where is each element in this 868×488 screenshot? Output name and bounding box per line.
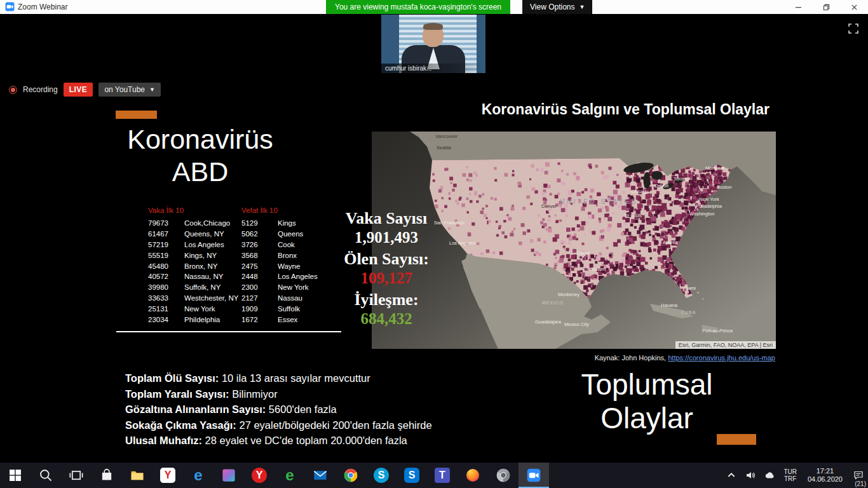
table-row: 3726Cook bbox=[241, 241, 318, 252]
map-city-label: Havana bbox=[661, 302, 678, 308]
language-indicator[interactable]: TUR TRF bbox=[779, 463, 801, 488]
teams-icon[interactable]: T bbox=[427, 463, 458, 488]
table-row: 61467Queens, NY bbox=[148, 230, 238, 241]
deaths-value: 109,127 bbox=[329, 269, 444, 288]
skype-business-icon[interactable]: S bbox=[397, 463, 427, 488]
photos-icon[interactable] bbox=[214, 463, 244, 488]
system-tray: TUR TRF 17:21 04.06.2020 bbox=[722, 463, 868, 488]
skype-icon[interactable]: S bbox=[366, 463, 397, 488]
map-city-label: Boston bbox=[717, 184, 731, 190]
cases-value: 1,901,493 bbox=[329, 228, 444, 247]
notification-count: (21) bbox=[855, 480, 866, 487]
source-prefix: Kaynak: John Hopkins, bbox=[595, 354, 668, 362]
divider-line bbox=[116, 331, 341, 332]
table-row: 1909Suffolk bbox=[241, 305, 318, 316]
yandex-browser-icon[interactable]: Y bbox=[244, 463, 275, 488]
on-youtube-button[interactable]: on YouTube ▼ bbox=[98, 83, 161, 97]
chevron-down-icon: ▼ bbox=[579, 4, 585, 10]
map-city-label: St Louis bbox=[625, 213, 642, 219]
table-row: 5129Kings bbox=[241, 219, 318, 230]
map-city-label: CUBA bbox=[681, 310, 696, 315]
volume-icon[interactable] bbox=[741, 463, 760, 488]
map-city-label: Houston bbox=[587, 266, 604, 272]
table-row: 40572Nassau, NY bbox=[148, 273, 238, 283]
close-button[interactable] bbox=[840, 0, 868, 14]
table-row: 2448Los Angeles bbox=[241, 273, 318, 283]
map-city-label: MÉXICO bbox=[542, 300, 564, 305]
map-city-label: Toronto bbox=[674, 176, 689, 182]
table-row: 57219Los Angeles bbox=[148, 241, 238, 252]
zoom-app-icon bbox=[5, 2, 15, 11]
start-button[interactable] bbox=[0, 463, 31, 488]
map-city-label: Dallas bbox=[577, 250, 590, 256]
webcam-thumbnail[interactable]: cumhur isbirak... bbox=[381, 15, 485, 73]
table-row: 1672Essex bbox=[241, 316, 318, 327]
recording-status-bar: Recording LIVE on YouTube ▼ bbox=[9, 82, 161, 97]
tray-chevron-up-icon[interactable] bbox=[722, 463, 741, 488]
map-city-label: Mexico City bbox=[564, 322, 589, 327]
fullscreen-icon[interactable] bbox=[848, 23, 859, 34]
fact-line: Sokağa Çıkma Yasağı: 27 eyalet/bölgedeki… bbox=[125, 417, 432, 433]
map-city-label: Seattle bbox=[437, 145, 451, 151]
map-city-label: Miami bbox=[683, 285, 696, 291]
table-row: 2300New York bbox=[241, 283, 318, 294]
fact-line: Toplam Ölü Sayısı: 10 ila 13 arası sayıl… bbox=[125, 370, 432, 386]
fact-line: Toplam Yaralı Sayısı: Bilinmiyor bbox=[125, 386, 432, 402]
facts-list: Toplam Ölü Sayısı: 10 ila 13 arası sayıl… bbox=[125, 370, 432, 449]
date: 04.06.2020 bbox=[808, 475, 843, 484]
map-city-label: Los Angeles bbox=[449, 240, 475, 246]
edge-icon[interactable]: e bbox=[183, 463, 214, 488]
chromium-icon[interactable] bbox=[488, 463, 519, 488]
table-row: 25131New York bbox=[148, 305, 238, 316]
fact-line: Ulusal Muhafız: 28 eyalet ve DC'de topla… bbox=[125, 433, 432, 449]
yandex-icon[interactable]: Y bbox=[153, 463, 183, 488]
internet-explorer-icon[interactable]: e bbox=[275, 463, 305, 488]
map-attribution: Esri, Garmin, FAO, NOAA, EPA | Esri bbox=[675, 341, 776, 349]
closing-title: Toplumsal Olaylar bbox=[571, 368, 723, 435]
recording-dot-icon bbox=[9, 86, 17, 94]
cases-column: Vaka İlk 10 79673Cook,Chicago61467Queens… bbox=[148, 207, 238, 327]
restore-button[interactable] bbox=[812, 0, 840, 14]
map-city-label: Denver bbox=[541, 203, 557, 209]
deaths-column-rows: 5129Kings5062Queens3726Cook3568Bronx2475… bbox=[241, 219, 318, 327]
time: 17:21 bbox=[817, 467, 834, 475]
mail-icon[interactable] bbox=[305, 463, 336, 488]
minimize-button[interactable] bbox=[784, 0, 812, 14]
recovered-label: İyileşme: bbox=[329, 290, 444, 309]
map-city-label: Vancouver bbox=[435, 133, 458, 139]
view-options-label: View Options bbox=[530, 3, 574, 11]
map-city-label: Montreal bbox=[705, 165, 724, 171]
search-button[interactable] bbox=[31, 463, 61, 488]
table-row: 79673Cook,Chicago bbox=[148, 219, 238, 230]
map-city-label: New York bbox=[699, 196, 719, 202]
map-city-label: Guadalajara bbox=[535, 319, 562, 325]
chrome-icon[interactable] bbox=[336, 463, 366, 488]
map-city-label: Atlanta bbox=[663, 240, 678, 245]
clock[interactable]: 17:21 04.06.2020 bbox=[801, 463, 849, 488]
source-link[interactable]: https://coronavirus.jhu.edu/us-map bbox=[668, 354, 775, 362]
deaths-label: Ölen Sayısı: bbox=[329, 249, 444, 269]
table-row: 39980Suffolk, NY bbox=[148, 283, 238, 294]
summary-stats: Vaka Sayısı 1,901,493 Ölen Sayısı: 109,1… bbox=[329, 208, 444, 330]
zoom-taskbar-icon[interactable] bbox=[519, 463, 549, 488]
zoom-window-titlebar: Zoom Webinar You are viewing mustafa koc… bbox=[0, 0, 868, 14]
screen-share-banner: You are viewing mustafa koca-vaşington's… bbox=[326, 0, 510, 14]
participant-name: cumhur isbirak... bbox=[381, 64, 485, 73]
file-explorer-icon[interactable] bbox=[122, 463, 153, 488]
cases-column-rows: 79673Cook,Chicago61467Queens, NY57219Los… bbox=[148, 219, 238, 327]
cases-column-header: Vaka İlk 10 bbox=[148, 207, 238, 217]
taskbar-app-icons: YeYeSST bbox=[0, 463, 549, 488]
slide-accent-bar-top bbox=[116, 111, 157, 119]
store-icon[interactable] bbox=[92, 463, 122, 488]
table-row: 3568Bronx bbox=[241, 252, 318, 262]
onedrive-cloud-icon[interactable] bbox=[760, 463, 779, 488]
task-view-button[interactable] bbox=[61, 463, 92, 488]
table-row: 33633Westchester, NY bbox=[148, 294, 238, 305]
slide-accent-bar-bottom bbox=[717, 434, 756, 445]
view-options-button[interactable]: View Options ▼ bbox=[522, 0, 592, 14]
slide-header-title: Koronavirüs Salgını ve Toplumsal Olaylar bbox=[482, 101, 770, 118]
fact-line: Gözaltına Alınanların Sayısı: 5600'den f… bbox=[125, 402, 432, 417]
window-controls bbox=[784, 0, 868, 14]
firefox-icon[interactable] bbox=[458, 463, 488, 488]
windows-taskbar: YeYeSST TUR TRF 17:21 04.06.2020 (21) bbox=[0, 463, 868, 488]
